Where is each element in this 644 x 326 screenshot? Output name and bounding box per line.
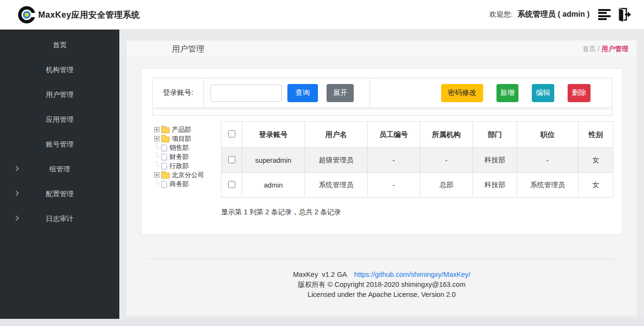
footer-brand: MaxKey — [293, 271, 318, 278]
users-panel: 登录账号: 查询 展开 密码修改 新增 编辑 删除 — [141, 68, 623, 235]
folder-icon — [161, 173, 169, 179]
sidebar-item-apps[interactable]: 应用管理 — [0, 107, 119, 132]
folder-icon — [161, 137, 169, 142]
tree-expand-icon[interactable] — [154, 172, 159, 178]
tree-connector — [154, 152, 159, 161]
col-username: 用户名 — [305, 122, 368, 148]
page-titlebar: 用户管理 首页/用户管理 — [127, 41, 637, 58]
sidebar-item-accounts[interactable]: 账号管理 — [0, 132, 119, 157]
users-table: 登录账号 用户名 员工编号 所属机构 部门 职位 性别 — [221, 121, 613, 198]
sidebar-item-audit[interactable]: 日志审计 — [0, 206, 119, 231]
col-department: 部门 — [473, 122, 517, 148]
panel-body: 产品部 项目部 销售部 财务部 — [141, 121, 612, 217]
tree-connector — [154, 143, 159, 152]
search-form: 登录账号: 查询 展开 密码修改 新增 编辑 删除 — [152, 78, 612, 108]
breadcrumb-home-link[interactable]: 首页 — [582, 45, 596, 53]
footer-copyright: 版权所有 © Copyright 2018-2020 shimingxy@163… — [127, 280, 637, 290]
folder-icon — [161, 127, 169, 133]
file-icon — [161, 154, 167, 160]
sidebar-item-config[interactable]: 配置管理 — [0, 181, 119, 206]
table-header-row: 登录账号 用户名 员工编号 所属机构 部门 职位 性别 — [222, 122, 613, 148]
chevron-right-icon — [13, 215, 19, 221]
tree-node[interactable]: 行政部 — [154, 161, 221, 170]
users-table-container: 登录账号 用户名 员工编号 所属机构 部门 职位 性别 — [221, 121, 613, 217]
menu-icon[interactable] — [598, 9, 611, 21]
tree-node[interactable]: 商务部 — [154, 179, 221, 189]
col-organization: 所属机构 — [420, 122, 473, 148]
sidebar-nav: 首页 机构管理 用户管理 应用管理 账号管理 组管理 配置管理 日志审计 — [0, 30, 119, 319]
current-user: 系统管理员 ( admin ) — [517, 10, 590, 20]
sidebar-item-groups[interactable]: 组管理 — [0, 157, 119, 181]
file-icon — [161, 145, 167, 151]
chevron-right-icon — [13, 166, 19, 171]
tree-node[interactable]: 财务部 — [154, 152, 221, 161]
maxkey-logo-icon — [18, 6, 35, 23]
tree-connector — [154, 179, 159, 189]
sidebar-item-org[interactable]: 机构管理 — [0, 57, 119, 82]
action-buttons: 密码修改 新增 编辑 删除 — [441, 84, 591, 102]
chevron-right-icon — [13, 190, 19, 196]
table-row[interactable]: admin 系统管理员 - 总部 科技部 系统管理员 女 — [222, 173, 613, 198]
tree-node[interactable]: 产品部 — [154, 125, 221, 134]
tree-connector — [154, 161, 159, 170]
tree-node[interactable]: 项目部 — [154, 134, 221, 143]
change-password-button[interactable]: 密码修改 — [441, 84, 483, 102]
col-login-account: 登录账号 — [242, 122, 305, 148]
breadcrumb-separator: / — [598, 45, 600, 53]
sidebar-item-home[interactable]: 首页 — [0, 32, 119, 57]
main-content: 用户管理 首页/用户管理 登录账号: 查询 展开 密码修改 新增 编辑 删除 — [119, 30, 644, 326]
table-row[interactable]: superadmin 超级管理员 - - 科技部 - 女 — [222, 148, 613, 173]
tree-expand-icon[interactable] — [154, 127, 159, 132]
select-all-checkbox[interactable] — [228, 130, 235, 137]
expand-button[interactable]: 展开 — [327, 84, 354, 102]
content-wrapper: 用户管理 首页/用户管理 登录账号: 查询 展开 密码修改 新增 编辑 删除 — [127, 41, 637, 316]
edit-button[interactable]: 编辑 — [532, 84, 554, 102]
breadcrumb-current: 用户管理 — [602, 45, 628, 53]
tree-expand-icon[interactable] — [154, 136, 159, 141]
bottom-strip — [0, 319, 644, 326]
login-account-input[interactable] — [211, 84, 282, 102]
logout-icon[interactable] — [615, 7, 632, 22]
delete-button[interactable]: 删除 — [568, 84, 591, 102]
tree-node[interactable]: 销售部 — [154, 143, 221, 152]
header-right: 欢迎您: 系统管理员 ( admin ) — [489, 7, 632, 22]
footer-divider — [148, 259, 615, 259]
query-button[interactable]: 查询 — [287, 84, 318, 102]
select-all-cell — [222, 122, 242, 148]
page-title: 用户管理 — [127, 43, 204, 54]
department-tree: 产品部 项目部 销售部 财务部 — [141, 121, 221, 217]
breadcrumb: 首页/用户管理 — [582, 45, 637, 53]
form-divider — [370, 78, 370, 107]
app-title: MaxKey应用安全管理系统 — [38, 9, 140, 21]
col-position: 职位 — [517, 122, 579, 148]
row-checkbox[interactable] — [228, 156, 235, 163]
file-icon — [161, 163, 167, 169]
add-button[interactable]: 新增 — [496, 84, 518, 102]
footer-version: v1.2 GA — [322, 271, 347, 278]
github-link[interactable]: https://github.com/shimingxy/MaxKey/ — [354, 271, 470, 278]
file-icon — [161, 181, 167, 188]
col-gender: 性别 — [579, 122, 613, 148]
sidebar-item-users[interactable]: 用户管理 — [0, 82, 119, 107]
footer-license: Licensed under the Apache License, Versi… — [127, 290, 637, 300]
tree-node[interactable]: 北京分公司 — [154, 170, 221, 179]
col-employee-id: 员工编号 — [368, 122, 420, 148]
top-header: MaxKey应用安全管理系统 欢迎您: 系统管理员 ( admin ) — [0, 0, 644, 30]
footer-version-line: MaxKey v1.2 GA https://github.com/shimin… — [127, 270, 637, 280]
table-toolbar — [152, 109, 612, 116]
welcome-label: 欢迎您: — [489, 10, 513, 19]
record-summary: 显示第 1 到第 2 条记录，总共 2 条记录 — [221, 208, 613, 217]
login-account-label: 登录账号: — [153, 78, 204, 107]
page-footer: MaxKey v1.2 GA https://github.com/shimin… — [127, 259, 637, 300]
row-checkbox[interactable] — [228, 181, 235, 188]
